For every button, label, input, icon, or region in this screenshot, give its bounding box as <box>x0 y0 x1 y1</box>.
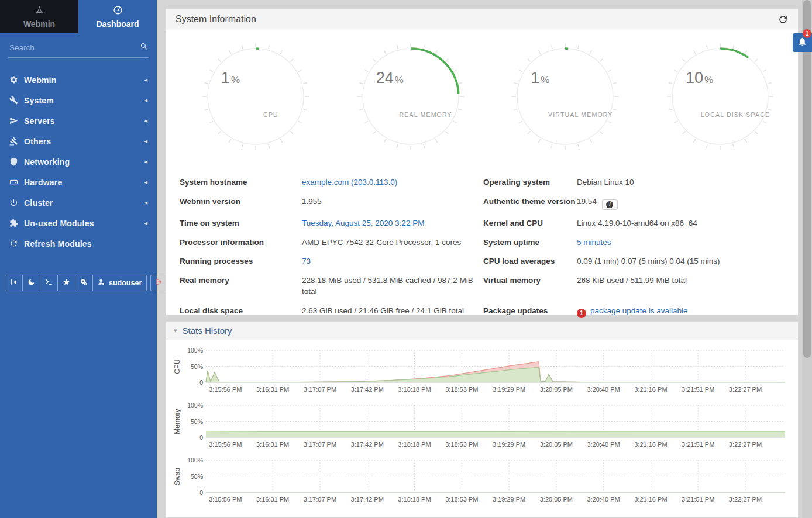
logout-icon <box>155 278 163 288</box>
sidebar-item-un-used-modules[interactable]: Un-used Modules◂ <box>0 213 157 233</box>
info-value[interactable]: 73 <box>302 252 483 271</box>
info-value[interactable]: example.com (203.0.113.0) <box>302 173 483 192</box>
tab-webmin[interactable]: Webmin <box>0 0 78 33</box>
info-label: Kernel and CPU <box>483 214 577 233</box>
chart-plot: 100%50%03:15:56 PM3:16:31 PM3:17:07 PM3:… <box>183 348 796 395</box>
svg-text:3:19:29 PM: 3:19:29 PM <box>493 441 525 448</box>
terminal-button[interactable] <box>40 275 58 291</box>
svg-text:100%: 100% <box>187 348 203 354</box>
notifications-button[interactable]: 1 <box>793 33 812 52</box>
search-input[interactable] <box>8 43 134 53</box>
info-label: Package updates <box>483 302 577 322</box>
sidebar-item-servers[interactable]: Servers◂ <box>0 110 157 131</box>
svg-text:50%: 50% <box>191 363 203 370</box>
svg-text:0: 0 <box>199 379 203 386</box>
sidebar-item-system[interactable]: System◂ <box>0 90 157 110</box>
chevron-left-icon: ◂ <box>144 220 147 226</box>
sidebar-item-cluster[interactable]: Cluster◂ <box>0 192 157 213</box>
info-icon: i <box>606 201 613 208</box>
gauge-label: VIRTUAL MEMORY <box>511 111 650 118</box>
page-scrollbar <box>802 0 812 518</box>
info-link[interactable]: 73 <box>302 257 311 265</box>
svg-text:3:21:51 PM: 3:21:51 PM <box>682 386 714 393</box>
info-value: AMD EPYC 7542 32-Core Processor, 1 cores <box>302 233 483 253</box>
sidebar-item-label: Un-used Modules <box>24 219 144 228</box>
chart-ylabel: Swap <box>172 458 183 495</box>
chevron-left-icon: ◂ <box>144 179 147 185</box>
collapse-caret-icon[interactable]: ▾ <box>174 327 177 334</box>
gauges-row: 1%CPU24%REAL MEMORY1%VIRTUAL MEMORY10%LO… <box>166 30 798 151</box>
favorites-button[interactable] <box>58 275 75 291</box>
svg-text:3:21:51 PM: 3:21:51 PM <box>682 441 714 448</box>
info-label: Virtual memory <box>483 271 577 302</box>
svg-text:3:17:42 PM: 3:17:42 PM <box>351 386 384 393</box>
refresh-page-icon[interactable] <box>777 14 789 25</box>
theme-settings-button[interactable] <box>75 275 93 291</box>
tab-webmin-label: Webmin <box>23 19 55 29</box>
search-icon[interactable] <box>140 42 149 51</box>
info-value[interactable]: Tuesday, August 25, 2020 3:22 PM <box>302 214 483 233</box>
chevron-left-icon: ◂ <box>144 158 147 165</box>
svg-text:3:16:31 PM: 3:16:31 PM <box>256 441 289 448</box>
tab-dashboard[interactable]: Dashboard <box>78 0 157 33</box>
sidebar-item-label: Hardware <box>24 178 144 187</box>
stats-history-panel: ▾ Stats History CPU100%50%03:15:56 PM3:1… <box>166 321 799 518</box>
scrollbar-thumb[interactable] <box>803 0 811 358</box>
chart-ylabel: CPU <box>172 348 183 385</box>
info-label: System uptime <box>483 233 577 253</box>
info-text: 0.09 (1 min) 0.07 (5 mins) 0.04 (15 mins… <box>577 257 720 265</box>
gauge-dial <box>356 42 465 151</box>
svg-text:3:18:53 PM: 3:18:53 PM <box>445 441 478 448</box>
svg-text:3:15:56 PM: 3:15:56 PM <box>209 441 242 448</box>
gavel-icon <box>9 137 18 146</box>
chevron-left-icon: ◂ <box>144 199 147 206</box>
info-link[interactable]: package update is available <box>590 306 688 315</box>
info-link[interactable]: example.com (203.0.113.0) <box>302 178 397 187</box>
gauge-cpu: 1%CPU <box>201 42 310 151</box>
series-memory-used <box>206 431 785 438</box>
sidebar-item-refresh-modules[interactable]: Refresh Modules <box>0 233 157 254</box>
sidebar-item-label: Servers <box>24 116 144 126</box>
user-menu-button[interactable]: sudouser <box>93 275 146 291</box>
svg-text:3:22:27 PM: 3:22:27 PM <box>729 496 762 503</box>
svg-text:3:17:42 PM: 3:17:42 PM <box>351 496 384 503</box>
bell-icon <box>797 37 807 49</box>
info-label: System hostname <box>180 173 302 192</box>
star-icon <box>63 278 70 288</box>
sidebar-item-webmin[interactable]: Webmin◂ <box>0 70 157 90</box>
svg-text:3:18:18 PM: 3:18:18 PM <box>398 496 431 503</box>
tab-dashboard-label: Dashboard <box>96 19 139 29</box>
info-link[interactable]: 5 minutes <box>577 238 611 247</box>
info-value: 228.18 MiB used / 531.8 MiB cached / 987… <box>302 271 483 302</box>
sidebar-item-others[interactable]: Others◂ <box>0 131 157 151</box>
night-mode-button[interactable] <box>23 275 40 291</box>
sidebar-item-label: Others <box>24 137 144 146</box>
shield-icon <box>9 157 18 166</box>
svg-text:100%: 100% <box>187 403 203 409</box>
notifications-badge: 1 <box>803 29 811 38</box>
svg-text:3:15:56 PM: 3:15:56 PM <box>209 386 242 393</box>
info-label: Webmin version <box>180 192 302 215</box>
info-text: 228.18 MiB used / 531.8 MiB cached / 987… <box>302 276 473 296</box>
info-value[interactable]: 5 minutes <box>577 233 776 253</box>
info-value[interactable]: 1package update is available <box>577 302 776 322</box>
system-information-panel: System Information 1%CPU24%REAL MEMORY1%… <box>166 8 799 316</box>
collapse-sidebar-button[interactable] <box>5 275 23 291</box>
gauge-virtual-memory: 1%VIRTUAL MEMORY <box>511 42 620 151</box>
stats-history-title[interactable]: Stats History <box>183 326 232 336</box>
theme-info-button[interactable]: i <box>602 199 618 210</box>
chart-swap: Swap100%50%03:15:56 PM3:16:31 PM3:17:07 … <box>172 458 798 505</box>
logout-button[interactable] <box>150 275 168 291</box>
main-content: System Information 1%CPU24%REAL MEMORY1%… <box>157 0 812 518</box>
info-link[interactable]: Tuesday, August 25, 2020 3:22 PM <box>302 219 424 227</box>
info-text: 2.63 GiB used / 21.46 GiB free / 24.1 Gi… <box>302 306 464 315</box>
sidebar-search <box>8 41 149 58</box>
sidebar-item-hardware[interactable]: Hardware◂ <box>0 172 157 192</box>
svg-text:3:17:42 PM: 3:17:42 PM <box>351 441 384 448</box>
sidebar-item-networking[interactable]: Networking◂ <box>0 151 157 172</box>
info-value: 2.63 GiB used / 21.46 GiB free / 24.1 Gi… <box>302 302 483 322</box>
gauge-label: CPU <box>201 111 340 118</box>
chart-ylabel: Memory <box>172 403 183 440</box>
svg-text:3:16:31 PM: 3:16:31 PM <box>256 386 289 393</box>
svg-text:3:22:27 PM: 3:22:27 PM <box>729 441 762 448</box>
